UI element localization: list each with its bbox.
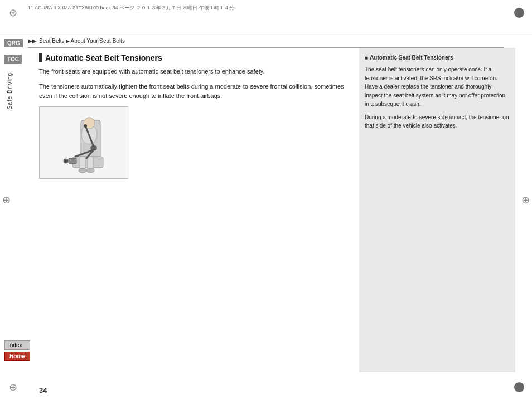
breadcrumb-part1[interactable]: Seat Belts — [39, 38, 65, 44]
breadcrumb: ▶▶ Seat Belts ▶ About Your Seat Belts — [28, 35, 504, 48]
index-button[interactable]: Index — [4, 340, 30, 350]
svg-point-6 — [79, 168, 86, 173]
right-section-title: ■ Automatic Seat Belt Tensioners — [365, 53, 510, 62]
right-body-text-2: During a moderate-to-severe side impact,… — [365, 113, 510, 130]
page-number: 34 — [39, 386, 47, 394]
section-label: Safe Driving — [7, 72, 13, 109]
bottom-left-buttons: Index Home — [4, 340, 30, 361]
breadcrumb-sep: ▶ — [66, 38, 70, 44]
file-info: 11 ACURA ILX IMA-31TX86100.book 34 ページ ２… — [28, 4, 234, 12]
svg-rect-13 — [69, 158, 76, 164]
reg-mark-right: ⊕ — [521, 194, 530, 206]
illustration-box — [39, 106, 128, 179]
qrg-badge[interactable]: QRG — [4, 39, 23, 47]
top-bar: 11 ACURA ILX IMA-31TX86100.book 34 ページ ２… — [0, 0, 532, 33]
section-title: Automatic Seat Belt Tensioners — [39, 53, 348, 62]
left-sidebar: QRG TOC Safe Driving — [0, 33, 39, 372]
toc-badge[interactable]: TOC — [4, 55, 22, 64]
section-title-text: Automatic Seat Belt Tensioners — [45, 53, 162, 62]
breadcrumb-part2[interactable]: About Your Seat Belts — [71, 38, 125, 44]
svg-point-7 — [86, 168, 94, 173]
section-title-bar — [39, 53, 42, 62]
main-content: Automatic Seat Belt Tensioners The front… — [39, 48, 515, 372]
body-text-2: The tensioners automatically tighten the… — [39, 82, 348, 101]
content-left: Automatic Seat Belt Tensioners The front… — [39, 48, 354, 372]
content-right: ■ Automatic Seat Belt Tensioners The sea… — [359, 48, 515, 372]
right-section-title-text: Automatic Seat Belt Tensioners — [370, 53, 453, 62]
home-button[interactable]: Home — [4, 352, 30, 361]
seatbelt-illustration — [42, 109, 125, 176]
corner-mark-br — [511, 379, 528, 396]
body-text-1: The front seats are equipped with automa… — [39, 67, 348, 76]
corner-mark-bl — [4, 379, 21, 396]
right-body-text-1: The seat belt tensioners can only operat… — [365, 65, 510, 109]
svg-point-9 — [84, 124, 87, 128]
right-section-icon: ■ — [365, 53, 368, 62]
